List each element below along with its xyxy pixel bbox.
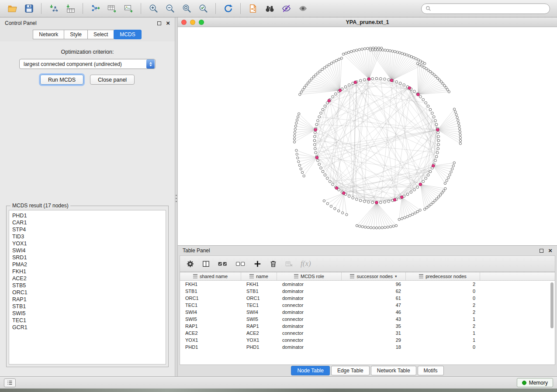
column-header-predecessor-nodes[interactable]: predecessor nodes: [406, 272, 480, 280]
cell: RAP1: [241, 323, 277, 329]
close-window-icon[interactable]: [181, 20, 187, 25]
open-session-button[interactable]: [4, 2, 20, 15]
list-item[interactable]: SWI4: [12, 247, 166, 254]
show-columns-button[interactable]: [202, 260, 210, 268]
table-row[interactable]: FKH1FKH1dominator962: [180, 281, 555, 288]
mcds-result-list[interactable]: PHD1CAR1STP4TID3YOX1SWI4SRD1PMA2FKH1ACE2…: [9, 210, 166, 364]
list-item[interactable]: TEC1: [12, 317, 166, 324]
zoom-in-button[interactable]: [145, 2, 161, 15]
list-item[interactable]: CAR1: [12, 219, 166, 226]
export-network-button[interactable]: [87, 2, 103, 15]
list-item[interactable]: STB5: [12, 282, 166, 289]
column-header-name[interactable]: name: [241, 272, 277, 280]
table-row[interactable]: TEC1TEC1connector472: [180, 302, 555, 309]
table-tabs: Node TableEdge TableNetwork TableMotifs: [178, 365, 557, 376]
clipboard-network-button[interactable]: [245, 2, 261, 15]
cell: TEC1: [180, 303, 241, 308]
search-input[interactable]: [434, 6, 546, 12]
tab-network-table[interactable]: Network Table: [371, 366, 416, 375]
close-table-panel-icon[interactable]: ×: [548, 248, 552, 253]
tab-node-table[interactable]: Node Table: [291, 366, 330, 375]
list-item[interactable]: SRD1: [12, 254, 166, 261]
maximize-window-icon[interactable]: [199, 20, 204, 25]
zoom-fit-button[interactable]: [179, 2, 194, 15]
import-table-icon: [66, 3, 76, 14]
column-header-successor-nodes[interactable]: successor nodes▾: [342, 272, 406, 280]
list-item[interactable]: PHD1: [12, 212, 166, 219]
export-table-button[interactable]: [104, 2, 120, 15]
cell: dominator: [277, 309, 342, 315]
close-mcds-panel-button[interactable]: Close panel: [90, 75, 135, 85]
cell: ORC1: [180, 296, 241, 301]
run-mcds-button[interactable]: Run MCDS: [40, 75, 83, 85]
apply-layout-button[interactable]: [220, 2, 236, 15]
close-panel-icon[interactable]: ×: [166, 21, 170, 25]
table-settings-button[interactable]: [186, 260, 194, 268]
table-scrollbar[interactable]: [550, 282, 554, 328]
toolbar-separator: [141, 3, 141, 14]
list-item[interactable]: PMA2: [12, 261, 166, 268]
float-table-panel-icon[interactable]: [540, 249, 543, 253]
node-table: shared namenameMCDS rolesuccessor nodes▾…: [180, 272, 555, 365]
cell: 1: [406, 337, 480, 343]
cell: 0: [406, 296, 480, 301]
table-row[interactable]: ACE2ACE2connector311: [180, 330, 555, 337]
table-row[interactable]: STB1STB1dominator620: [180, 288, 555, 295]
zoom-out-button[interactable]: [162, 2, 178, 15]
table-row[interactable]: ORC1ORC1dominator610: [180, 295, 555, 302]
list-item[interactable]: ORC1: [12, 289, 166, 296]
list-item[interactable]: SWI5: [12, 310, 166, 317]
tab-select[interactable]: Select: [87, 30, 114, 39]
table-row[interactable]: SWI5SWI5connector431: [180, 316, 555, 323]
list-item[interactable]: FKH1: [12, 268, 166, 275]
list-item[interactable]: GCR1: [12, 324, 166, 331]
select-all-columns-button[interactable]: [218, 260, 228, 268]
status-bar: Memory: [0, 376, 557, 389]
import-network-button[interactable]: [46, 2, 62, 15]
tab-network[interactable]: Network: [33, 30, 64, 39]
table-row[interactable]: PHD1PHD1dominator180: [180, 344, 555, 351]
cell: FKH1: [241, 282, 277, 287]
network-canvas[interactable]: [178, 27, 557, 245]
list-item[interactable]: ACE2: [12, 275, 166, 282]
eye-icon: [298, 3, 308, 14]
list-item[interactable]: STP4: [12, 226, 166, 233]
control-panel-header: Control Panel ×: [0, 17, 175, 29]
list-item[interactable]: STB1: [12, 303, 166, 310]
tab-mcds[interactable]: MCDS: [114, 30, 141, 39]
table-row[interactable]: SWI4SWI4dominator462: [180, 309, 555, 316]
import-table-button[interactable]: [62, 2, 78, 15]
show-all-button[interactable]: [295, 2, 311, 15]
list-item[interactable]: YOX1: [12, 240, 166, 247]
table-row[interactable]: RAP1RAP1dominator352: [180, 323, 555, 330]
cell: YOX1: [241, 337, 277, 343]
toolbar-search[interactable]: [421, 3, 550, 14]
unselect-all-columns-button[interactable]: [235, 260, 246, 268]
zoom-selected-button[interactable]: [195, 2, 211, 15]
hide-selected-button[interactable]: [278, 2, 294, 15]
list-item[interactable]: RAP1: [12, 296, 166, 303]
cell: 2: [406, 323, 480, 329]
create-column-button[interactable]: [253, 260, 262, 268]
tab-motifs[interactable]: Motifs: [418, 366, 444, 375]
cell: PHD1: [241, 344, 277, 350]
delete-column-button[interactable]: [269, 260, 277, 268]
column-icon: [350, 274, 354, 279]
export-image-button[interactable]: [121, 2, 136, 15]
float-panel-icon[interactable]: [157, 21, 161, 25]
criterion-dropdown[interactable]: largest connected component (undirected): [19, 59, 156, 69]
status-menu-button[interactable]: [4, 378, 16, 387]
tab-edge-table[interactable]: Edge Table: [331, 366, 370, 375]
tab-style[interactable]: Style: [64, 30, 88, 39]
memory-button[interactable]: Memory: [517, 378, 553, 387]
list-item[interactable]: TID3: [12, 233, 166, 240]
column-header-mcds-role[interactable]: MCDS role: [277, 272, 342, 280]
find-button[interactable]: [262, 2, 277, 15]
save-session-button[interactable]: [21, 2, 37, 15]
column-header-shared-name[interactable]: shared name: [180, 272, 241, 280]
table-row[interactable]: YOX1YOX1connector291: [180, 337, 555, 344]
import-network-icon: [49, 3, 59, 14]
binoculars-icon: [265, 3, 275, 14]
panel-splitter[interactable]: [175, 17, 178, 376]
minimize-window-icon[interactable]: [190, 20, 195, 25]
